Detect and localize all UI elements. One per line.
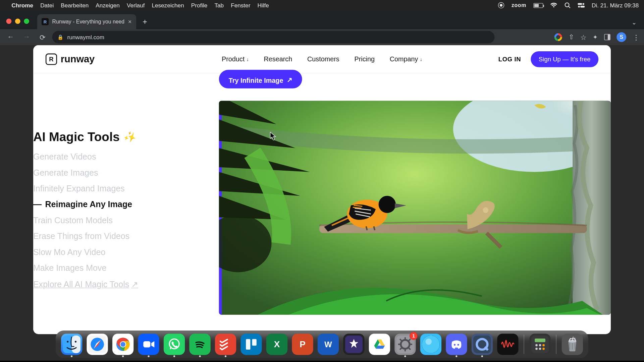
back-button[interactable]: ← (4, 33, 17, 41)
tool-reimagine-any-image[interactable]: Reimagine Any Image (33, 200, 138, 209)
svg-rect-31 (243, 336, 260, 353)
nav-pricing[interactable]: Pricing (355, 55, 375, 63)
nav-research[interactable]: Research (264, 55, 292, 63)
share-icon[interactable]: ⇧ (569, 33, 574, 41)
menu-profile[interactable]: Profile (191, 2, 208, 9)
menu-datei[interactable]: Datei (40, 2, 54, 9)
browser-tab[interactable]: R Runway - Everything you need × (37, 14, 136, 29)
svg-point-64 (535, 344, 538, 347)
svg-point-24 (120, 342, 125, 347)
try-button-label: Try Infinite Image (229, 76, 283, 83)
dock-app-excel[interactable]: X (266, 334, 287, 355)
svg-rect-61 (499, 336, 517, 353)
dock-trash[interactable] (562, 334, 583, 355)
svg-point-66 (535, 348, 538, 350)
bookmark-star-icon[interactable]: ☆ (580, 33, 586, 41)
extensions-icon[interactable]: ✦ (593, 34, 598, 41)
reload-button[interactable]: ⟳ (36, 33, 49, 41)
menu-hilfe[interactable]: Hilfe (257, 2, 269, 9)
svg-point-67 (539, 348, 541, 350)
profile-avatar[interactable]: S (616, 32, 626, 42)
svg-rect-33 (252, 339, 257, 346)
menu-lesezeichen[interactable]: Lesezeichen (152, 2, 184, 9)
dock-app-discord[interactable] (446, 334, 467, 355)
site-actions: LOG IN Sign Up — It's free (498, 51, 598, 67)
tool-slow-mo[interactable]: Slow Mo Any Video (33, 247, 138, 257)
site-header: R runway Product↓ Research Customers Pri… (33, 45, 611, 73)
wifi-icon[interactable] (550, 3, 557, 8)
tab-close-button[interactable]: × (128, 18, 132, 25)
dock-app-powerpoint[interactable]: P (292, 334, 313, 355)
tool-erase-from-videos[interactable]: Erase Things from Videos (33, 232, 138, 241)
dock-app-generic-blue[interactable] (420, 334, 441, 355)
svg-rect-4 (580, 6, 585, 7)
svg-point-69 (542, 348, 545, 350)
dock-app-todoist[interactable] (215, 334, 236, 355)
dock-app-word[interactable]: W (318, 334, 339, 355)
dock-app-system-settings[interactable]: 1 (394, 334, 416, 355)
svg-point-5 (578, 6, 580, 7)
tool-generate-images[interactable]: Generate Images (33, 168, 138, 178)
menu-tab[interactable]: Tab (214, 2, 224, 9)
battery-icon[interactable] (533, 3, 543, 8)
try-infinite-image-button[interactable]: Try Infinite Image ↗ (219, 70, 302, 88)
dock-app-safari[interactable] (87, 334, 108, 355)
dock-app-quicktime[interactable] (472, 334, 493, 355)
chevron-down-icon: ↓ (420, 56, 422, 62)
dock-app-voice-memos[interactable] (497, 334, 518, 355)
spotlight-search-icon[interactable] (564, 2, 570, 8)
menu-fenster[interactable]: Fenster (231, 2, 250, 9)
feature-media (219, 101, 611, 315)
address-bar[interactable]: 🔒 runwayml.com (52, 31, 495, 43)
screen-record-icon[interactable] (498, 2, 504, 8)
svg-point-12 (483, 207, 488, 213)
menu-verlauf[interactable]: Verlauf (127, 2, 145, 9)
menu-anzeigen[interactable]: Anzeigen (96, 2, 119, 9)
dock-app-trello[interactable] (240, 334, 262, 355)
nav-company[interactable]: Company↓ (390, 55, 422, 63)
dock-app-whatsapp[interactable] (164, 334, 185, 355)
tool-train-custom-models[interactable]: Train Custom Models (33, 216, 138, 226)
dock-app-chrome[interactable] (112, 334, 133, 355)
tool-make-images-move[interactable]: Make Images Move (33, 263, 138, 273)
menu-bearbeiten[interactable]: Bearbeiten (61, 2, 89, 9)
window-controls (4, 18, 37, 29)
svg-point-3 (582, 3, 584, 5)
page-content: R runway Product↓ Research Customers Pri… (33, 45, 611, 334)
svg-rect-63 (535, 339, 545, 342)
chevron-down-icon: ↓ (246, 56, 249, 62)
app-menu[interactable]: Chrome (11, 2, 33, 9)
dock-app-spotify[interactable] (189, 334, 210, 355)
window-minimize-button[interactable] (15, 18, 20, 24)
site-logo[interactable]: R runway (46, 53, 95, 65)
svg-point-55 (426, 339, 432, 345)
side-panel-icon[interactable] (604, 34, 610, 40)
tool-generate-videos[interactable]: Generate Videos (33, 152, 138, 162)
explore-all-tools-link[interactable]: Explore All AI Magic Tools↗ (33, 279, 138, 289)
control-center-icon[interactable] (578, 3, 585, 8)
primary-nav: Product↓ Research Customers Pricing Comp… (222, 55, 422, 63)
chrome-menu-button[interactable]: ⋮ (633, 33, 640, 41)
svg-text:W: W (324, 340, 332, 349)
dock-app-finder[interactable] (61, 334, 82, 355)
lock-icon: 🔒 (57, 34, 63, 40)
login-link[interactable]: LOG IN (498, 55, 521, 62)
dock-app-calculator[interactable] (529, 334, 550, 355)
dock-app-google-drive[interactable] (369, 334, 390, 355)
forward-button[interactable]: → (20, 33, 33, 41)
zoom-menubar-label[interactable]: zoom (512, 2, 526, 8)
nav-customers[interactable]: Customers (307, 55, 339, 63)
signup-button[interactable]: Sign Up — It's free (531, 51, 598, 67)
dock-app-imovie[interactable] (343, 334, 364, 355)
menubar-datetime[interactable]: Di. 21. März 09:38 (592, 2, 639, 9)
window-zoom-button[interactable] (24, 18, 29, 24)
new-tab-button[interactable]: + (139, 15, 151, 28)
nav-product[interactable]: Product↓ (222, 55, 249, 63)
window-close-button[interactable] (6, 18, 11, 24)
tabs-overflow-button[interactable]: ⌄ (632, 18, 644, 29)
svg-rect-16 (72, 336, 80, 353)
tool-infinitely-expand[interactable]: Infinitely Expand Images (33, 184, 138, 194)
svg-rect-27 (165, 336, 183, 353)
dock-app-zoom[interactable] (138, 334, 159, 355)
google-accounts-icon[interactable] (554, 33, 562, 41)
